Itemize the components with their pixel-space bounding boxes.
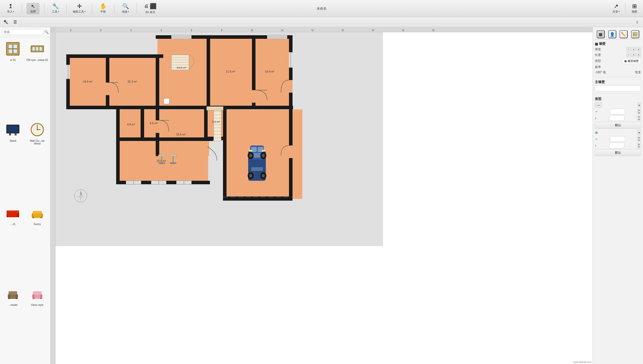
thickness-plus-btn[interactable]: ＋ xyxy=(631,47,636,52)
svg-rect-43 xyxy=(33,298,35,299)
share-button[interactable]: ↗ 共享 ▾ xyxy=(609,3,623,15)
svg-rect-13 xyxy=(15,133,17,135)
search-icon: 🔍 xyxy=(44,30,49,34)
pen-tool-button[interactable]: ✒️ xyxy=(2,19,10,26)
width2-down-btn[interactable]: ▼ xyxy=(637,139,641,142)
main-wall-title: 主墙壁 xyxy=(595,80,641,84)
tools-button[interactable]: 🔧 工具 ▾ xyxy=(49,3,62,15)
width-input[interactable] xyxy=(610,109,625,114)
type-value-text: 楼层墙壁 xyxy=(628,59,639,63)
main-toolbar: ↥ 导入 ▾ ↖ 选择 🔧 工具 ▾ ✛ 辅助工具 xyxy=(0,0,643,17)
photo-tool-button[interactable]: 🖼️ xyxy=(631,30,639,38)
secondary-toolbar: ✒️ ☰ ℹ xyxy=(0,17,643,27)
angle-label: -180° 弧 xyxy=(595,70,606,75)
color-stepper-btn[interactable]: ▲ xyxy=(637,130,641,135)
svg-rect-11 xyxy=(7,126,18,132)
print-icon: 🖨 xyxy=(144,4,149,9)
sidebar-items-grid: or 01 FW sym...indow 02 xyxy=(0,37,50,364)
width2-input[interactable] xyxy=(610,136,625,142)
move-icon: ✋ xyxy=(100,4,107,9)
svg-rect-24 xyxy=(12,212,16,217)
height2-down-btn[interactable]: ▼ xyxy=(637,146,641,148)
stand-icon xyxy=(4,121,22,138)
height2-icon: ↕ xyxy=(595,144,596,147)
import-arrow-icon: ▾ xyxy=(13,10,14,13)
main-area: 🔍 or 01 xyxy=(0,27,643,364)
thickness-minus-btn[interactable]: － xyxy=(626,47,631,52)
default-button-2[interactable]: 默认 xyxy=(595,149,641,156)
shape-line-btn[interactable]: — xyxy=(595,102,602,108)
length-plus-btn[interactable]: ＋ xyxy=(631,53,636,57)
floorplan-svg: 16.9 m² 25.3 m² 44.6 m² 21.5 m² 10.9 m² … xyxy=(55,32,383,246)
t2-divider xyxy=(21,19,21,25)
assist-button[interactable]: ✛ 辅助工具 ▾ xyxy=(71,3,87,15)
svg-text:21.5 m²: 21.5 m² xyxy=(226,70,235,73)
search-input[interactable] xyxy=(2,29,43,35)
height-down-btn[interactable]: ▼ xyxy=(637,118,641,121)
wall-tool-button[interactable]: ▦ xyxy=(597,30,605,38)
svg-rect-36 xyxy=(9,291,17,295)
shape-stepper-up-btn[interactable]: ▲ xyxy=(637,102,641,108)
list-button[interactable]: ☰ xyxy=(11,19,19,26)
height-up-btn[interactable]: ▲ xyxy=(637,116,641,118)
import-button[interactable]: ↥ 导入 ▾ xyxy=(4,3,17,15)
default-button-1[interactable]: 默认 xyxy=(595,122,641,129)
main-wall-color-preview[interactable] xyxy=(595,85,641,91)
svg-rect-2 xyxy=(13,44,17,49)
height-input[interactable] xyxy=(609,115,624,121)
width2-up-btn[interactable]: ▲ xyxy=(637,136,641,139)
view-button[interactable]: ⊞ 视图 xyxy=(628,3,641,15)
toolbar-select-group: ↖ 选择 xyxy=(24,3,42,14)
sidebar-item-couch[interactable]: ...ch xyxy=(1,202,25,282)
height2-up-btn[interactable]: ▲ xyxy=(637,143,641,145)
sidebar-item-gloss[interactable]: Gloss style xyxy=(25,283,49,363)
canvas-area[interactable]: -20246810121416182022 xyxy=(50,27,593,364)
info-button[interactable]: ℹ xyxy=(633,19,641,26)
sidebar-item-window02[interactable]: FW sym...indow 02 xyxy=(25,38,49,118)
search-button[interactable]: 🔍 xyxy=(44,29,49,35)
height-stepper: ▲ ▼ xyxy=(637,116,641,121)
panel-sep-1 xyxy=(595,77,641,77)
right-panel: ▦ 👤 ✏️ 🖼️ ▦ 墙壁 厚度 － ＋ xyxy=(593,27,643,364)
svg-rect-29 xyxy=(33,214,36,217)
sidebar-item-model[interactable]: ...model xyxy=(1,283,25,363)
share-label: 共享 xyxy=(613,10,618,14)
zoom-arrow-icon: ▾ xyxy=(128,10,129,13)
length-label: 长度 xyxy=(595,53,601,57)
move-button[interactable]: ✋ 平移 xyxy=(97,3,110,15)
width-down-btn[interactable]: ▼ xyxy=(637,112,641,114)
length-reset-btn[interactable]: ＋ xyxy=(636,53,641,57)
select-button[interactable]: ↖ 选择 xyxy=(26,3,40,14)
info-icon: ℹ xyxy=(636,20,638,24)
sidebar-item-stand[interactable]: Stand xyxy=(1,119,25,202)
svg-rect-38 xyxy=(16,298,18,299)
height2-input[interactable] xyxy=(609,143,624,148)
view-icon: ⊞ xyxy=(632,4,637,9)
svg-rect-3 xyxy=(8,49,13,53)
sidebar-item-sunny[interactable]: Sunny xyxy=(25,202,49,282)
svg-text:4.9 m²: 4.9 m² xyxy=(127,123,135,126)
floor-plan-canvas[interactable]: 16.9 m² 25.3 m² 44.6 m² 21.5 m² 10.9 m² … xyxy=(55,32,593,364)
svg-rect-12 xyxy=(9,133,11,135)
svg-rect-23 xyxy=(7,212,11,217)
length-minus-btn[interactable]: － xyxy=(626,53,631,57)
width-up-btn[interactable]: ▲ xyxy=(637,109,641,112)
person-tool-button[interactable]: 👤 xyxy=(608,30,616,38)
zoom-button[interactable]: 🔍 缩放 ▾ xyxy=(119,3,132,15)
sidebar-item-window01[interactable]: or 01 xyxy=(1,38,25,118)
sunny-icon xyxy=(28,204,46,222)
type-label: 类型 xyxy=(595,59,601,63)
zoom-icon: 🔍 xyxy=(122,4,129,9)
type-select-button[interactable]: ▦ 楼层墙壁 xyxy=(622,58,641,64)
svg-rect-86 xyxy=(204,147,208,159)
sidebar-item-wallclock[interactable]: Wall Clo...ow Wood xyxy=(25,119,49,202)
2d-view-button[interactable]: 🖨 ⬛ 2D 表示 xyxy=(141,2,159,15)
thickness-reset-btn[interactable]: ＋ xyxy=(636,47,641,52)
model-label: ...model xyxy=(8,304,17,306)
pen-tool-button-right[interactable]: ✏️ xyxy=(620,30,628,38)
window01-icon xyxy=(4,40,22,58)
svg-rect-65 xyxy=(207,35,210,109)
share-icon: ↗ xyxy=(614,4,618,9)
color-row: ◉ ▲ xyxy=(595,130,641,135)
svg-rect-78 xyxy=(141,106,144,141)
